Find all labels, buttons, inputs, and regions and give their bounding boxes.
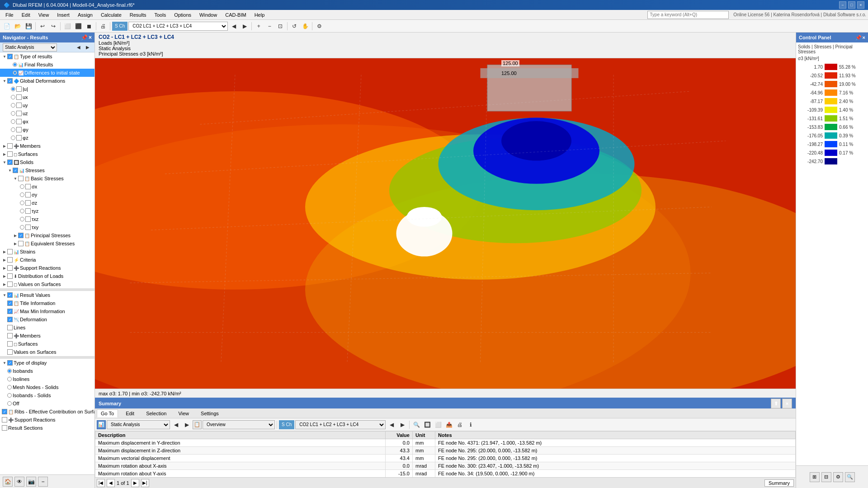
analysis-type-combo[interactable]: Static Analysis	[3, 43, 57, 52]
ctrl-btn-3[interactable]: ⚙	[833, 472, 843, 482]
expander-strains[interactable]: ▶	[2, 249, 7, 254]
menu-edit[interactable]: Edit	[18, 11, 34, 19]
nav-close-btn[interactable]: ×	[89, 34, 92, 41]
menu-view[interactable]: View	[35, 11, 53, 19]
tree-u[interactable]: |u|	[0, 85, 94, 93]
check-ribs[interactable]: ✓	[2, 409, 7, 414]
summary-tab-goto[interactable]: Go To	[97, 409, 118, 418]
check-phix[interactable]	[16, 119, 22, 124]
check-tau-xy[interactable]	[25, 225, 31, 230]
close-button[interactable]: ×	[857, 1, 864, 9]
fit-btn[interactable]: ⊡	[275, 21, 285, 31]
radio-uz[interactable]	[11, 111, 15, 116]
pager-first-btn[interactable]: |◀	[97, 479, 105, 487]
tree-mesh-nodes-solids[interactable]: Mesh Nodes - Solids	[0, 383, 94, 391]
tree-uy[interactable]: uy	[0, 101, 94, 109]
check-lines[interactable]	[7, 325, 13, 330]
summary-lc-next-btn[interactable]: ▶	[397, 420, 407, 430]
keyword-search-input[interactable]	[647, 11, 729, 19]
tree-ribs[interactable]: ✓ 📋 Ribs - Effective Contribution on Sur…	[0, 408, 94, 416]
summary-close-btn[interactable]: ×	[782, 399, 792, 408]
tree-lines[interactable]: Lines	[0, 324, 94, 332]
pan-btn[interactable]: ✋	[300, 21, 310, 31]
tree-title-info[interactable]: ✓ 📋 Title Information	[0, 299, 94, 307]
expander-result-values[interactable]: ▼	[2, 292, 7, 298]
check-sigma-x[interactable]	[25, 184, 31, 189]
tree-stresses[interactable]: ▼ ✓ 📊 Stresses	[0, 166, 94, 174]
expander-members[interactable]: ▶	[2, 143, 7, 149]
radio-isolines[interactable]	[7, 377, 12, 381]
summary-tab-settings[interactable]: Settings	[197, 409, 223, 418]
undo-btn[interactable]: ↩	[38, 21, 47, 31]
menu-insert[interactable]: Insert	[53, 11, 73, 19]
summary-tab-edit[interactable]: Edit	[122, 409, 138, 418]
tree-deformation[interactable]: ✓ 📉 Deformation	[0, 315, 94, 324]
summary-filter-btn[interactable]: 🔍	[411, 420, 421, 430]
tree-sigma-z[interactable]: σz	[0, 199, 94, 207]
check-support-reactions[interactable]	[7, 265, 13, 271]
tree-surfaces2[interactable]: ◻ Surfaces	[0, 340, 94, 348]
new-btn[interactable]: 📄	[2, 21, 12, 31]
ctrl-btn-1[interactable]: ⊞	[810, 472, 820, 482]
table-row[interactable]: Maximum rotation about X-axis 0.0 mrad F…	[95, 462, 796, 470]
tree-tau-yz[interactable]: τyz	[0, 207, 94, 215]
tree-criteria[interactable]: ▶ ⚡ Criteria	[0, 256, 94, 264]
check-ux[interactable]	[16, 94, 22, 100]
tree-type-of-display[interactable]: ▼ ✓ Type of display	[0, 359, 94, 367]
summary-overview-icon[interactable]: 📋	[193, 420, 202, 429]
check-maxmin-info[interactable]: ✓	[7, 309, 13, 314]
summary-lc-prev-btn[interactable]: ◀	[387, 420, 396, 430]
tree-equivalent-stresses[interactable]: ▶ 📋 Equivalent Stresses	[0, 239, 94, 248]
expander-type-of-results[interactable]: ▼	[2, 54, 7, 59]
menu-cadbim[interactable]: CAD-BIM	[222, 11, 250, 19]
expander-final-results[interactable]	[9, 62, 13, 67]
tree-support-reactions[interactable]: ▶ ➕ Support Reactions	[0, 264, 94, 272]
tree-phiy[interactable]: φy	[0, 126, 94, 134]
check-values-surfaces[interactable]	[7, 282, 13, 287]
summary-table-icon[interactable]: 📊	[97, 420, 106, 429]
expander-stresses[interactable]: ▼	[7, 168, 13, 173]
radio-tau-xy[interactable]	[20, 225, 24, 230]
expander-values-surfaces[interactable]: ▶	[2, 282, 7, 287]
pager-prev-btn[interactable]: ◀	[107, 479, 115, 487]
check-result-sections[interactable]	[2, 425, 7, 431]
tree-values-surfaces[interactable]: ▶ ◻ Values on Surfaces	[0, 280, 94, 288]
radio-mesh-nodes-solids[interactable]	[7, 385, 12, 389]
pager-last-btn[interactable]: ▶|	[141, 479, 149, 487]
tree-distribution-loads[interactable]: ▶ ⬇ Distribution of Loads	[0, 272, 94, 280]
summary-group-btn[interactable]: 🔲	[422, 420, 432, 430]
summary-tab-label[interactable]: Summary	[764, 479, 794, 487]
nav-eye-btn[interactable]: 👁	[14, 477, 24, 487]
expander-global-def[interactable]: ▼	[2, 78, 7, 84]
zoom-in-btn[interactable]: +	[254, 21, 264, 31]
check-solids[interactable]: ✓	[7, 160, 13, 165]
tree-tau-xz[interactable]: τxz	[0, 215, 94, 223]
summary-lc-combo[interactable]: CO2 LC1 + LC2 + LC3 + LC4	[295, 420, 386, 429]
summary-overview-combo[interactable]: Overview	[203, 420, 275, 429]
radio-sigma-z[interactable]	[20, 201, 24, 205]
3d-viewport[interactable]: 125.00 125.00	[95, 58, 796, 389]
nav-camera-btn[interactable]: 📷	[26, 477, 36, 487]
check-basic-stresses[interactable]	[18, 176, 24, 181]
expander-diff-initial[interactable]	[9, 70, 13, 75]
check-members[interactable]	[7, 143, 13, 149]
print-btn[interactable]: 🖨	[98, 21, 108, 31]
menu-file[interactable]: File	[2, 11, 17, 19]
tree-principal-stresses[interactable]: ▶ ✓ 📋 Principal Stresses	[0, 231, 94, 239]
summary-export-btn[interactable]: 📤	[444, 420, 454, 430]
radio-sigma-x[interactable]	[20, 184, 24, 189]
control-panel-close-btn[interactable]: ×	[863, 35, 865, 41]
tree-sigma-y[interactable]: σy	[0, 191, 94, 199]
navigator-controls[interactable]: 📌 ×	[81, 34, 92, 41]
tree-isobands-solids[interactable]: Isobands - Solids	[0, 391, 94, 399]
check-values-surfaces2[interactable]	[7, 349, 13, 355]
check-distribution-loads[interactable]	[7, 273, 13, 279]
expander-principal-stresses[interactable]: ▶	[13, 233, 18, 238]
check-type-display[interactable]: ✓	[7, 360, 13, 366]
tree-values-surfaces2[interactable]: Values on Surfaces	[0, 348, 94, 356]
summary-next-btn[interactable]: ▶	[182, 420, 192, 430]
titlebar-controls[interactable]: − □ ×	[839, 1, 864, 9]
tree-members2[interactable]: ➕ Members	[0, 332, 94, 340]
check-deformation[interactable]: ✓	[7, 317, 13, 322]
radio-tau-yz[interactable]	[20, 209, 24, 213]
